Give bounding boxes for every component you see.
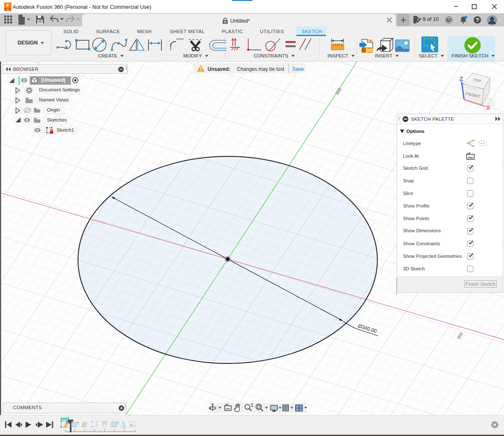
- svg-text:F: F: [6, 3, 9, 8]
- svg-text:Z: Z: [460, 75, 463, 82]
- svg-text:360: 360: [6, 9, 10, 11]
- svg-text:?: ?: [476, 17, 479, 23]
- svg-text:SVG: SVG: [365, 48, 374, 53]
- svg-text:X: X: [486, 104, 491, 111]
